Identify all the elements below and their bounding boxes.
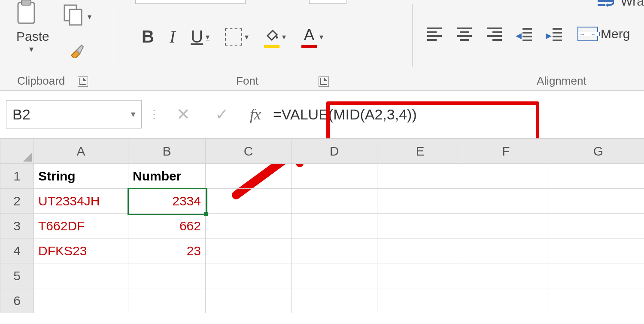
cell[interactable] — [206, 238, 292, 263]
ribbon: ▾ Paste ▾ B I U▾ ▾ ▾ A▾ Wra ◀ ▶ — [0, 0, 644, 91]
col-header-C[interactable]: C — [206, 139, 292, 164]
dialog-launcher-icon[interactable] — [78, 76, 88, 87]
row-3: 3 T662DF 662 — [0, 214, 644, 238]
fill-color-button[interactable]: ▾ — [264, 27, 286, 47]
col-header-E[interactable]: E — [377, 139, 463, 164]
row-header[interactable]: 1 — [0, 164, 34, 189]
cell[interactable] — [463, 263, 549, 288]
cell[interactable] — [292, 238, 377, 263]
align-right-button[interactable] — [487, 28, 502, 41]
cell[interactable] — [377, 288, 463, 313]
cell-B1[interactable]: Number — [128, 164, 206, 189]
chevron-down-icon[interactable]: ▾ — [245, 32, 249, 42]
wrap-icon — [597, 0, 614, 9]
cell[interactable] — [463, 214, 549, 238]
row-header[interactable]: 4 — [0, 238, 34, 263]
align-right-icon — [487, 28, 502, 41]
cell[interactable] — [549, 189, 644, 214]
cell[interactable] — [292, 263, 377, 288]
cell[interactable] — [34, 288, 128, 313]
cell[interactable] — [206, 263, 292, 288]
cancel-formula-button[interactable]: ✕ — [164, 105, 203, 124]
font-size-dropdown[interactable] — [309, 0, 346, 4]
cell[interactable] — [206, 164, 292, 189]
cell[interactable] — [128, 288, 206, 313]
italic-button[interactable]: I — [170, 27, 175, 47]
cell[interactable] — [206, 214, 292, 238]
align-center-button[interactable] — [457, 28, 472, 41]
cell[interactable] — [463, 189, 549, 214]
cell[interactable] — [292, 164, 377, 189]
name-box-value: B2 — [12, 106, 30, 123]
cell[interactable] — [549, 214, 644, 238]
merge-icon: →← — [577, 27, 598, 41]
dialog-launcher-icon[interactable] — [319, 76, 329, 87]
cell[interactable] — [377, 263, 463, 288]
cell-A1[interactable]: String — [34, 164, 128, 189]
col-header-B[interactable]: B — [128, 139, 206, 164]
cell[interactable] — [128, 263, 206, 288]
cell[interactable] — [206, 189, 292, 214]
decrease-indent-button[interactable]: ◀ — [517, 28, 532, 40]
col-header-D[interactable]: D — [292, 139, 377, 164]
align-left-button[interactable] — [427, 28, 442, 41]
cell[interactable] — [292, 288, 377, 313]
cell-A4[interactable]: DFKS23 — [34, 238, 128, 263]
cell[interactable] — [549, 288, 644, 313]
cell[interactable] — [463, 288, 549, 313]
cell[interactable] — [377, 164, 463, 189]
cell[interactable] — [549, 263, 644, 288]
row-header[interactable]: 3 — [0, 214, 34, 238]
cell[interactable] — [377, 214, 463, 238]
accept-formula-button[interactable]: ✓ — [203, 105, 241, 124]
copy-icon[interactable] — [64, 4, 83, 28]
cell[interactable] — [377, 238, 463, 263]
select-all-corner[interactable] — [0, 139, 34, 164]
cell[interactable] — [292, 189, 377, 214]
cell[interactable] — [463, 238, 549, 263]
align-center-icon — [457, 28, 472, 41]
cell[interactable] — [549, 238, 644, 263]
font-color-button[interactable]: A▾ — [301, 27, 323, 47]
font-name-dropdown[interactable] — [135, 0, 246, 4]
col-header-G[interactable]: G — [549, 139, 644, 164]
cell[interactable] — [292, 214, 377, 238]
cell[interactable] — [377, 189, 463, 214]
chevron-down-icon[interactable]: ▾ — [319, 32, 323, 42]
cell-B4[interactable]: 23 — [128, 238, 206, 263]
cell[interactable] — [206, 288, 292, 313]
merge-cells-button[interactable]: →←Merg — [577, 27, 630, 41]
underline-button[interactable]: U▾ — [191, 27, 210, 46]
row-header[interactable]: 5 — [0, 263, 34, 288]
bold-button[interactable]: B — [142, 27, 154, 46]
copy-dropdown-icon[interactable]: ▾ — [88, 12, 91, 21]
cell[interactable] — [34, 263, 128, 288]
col-header-F[interactable]: F — [463, 139, 549, 164]
borders-button[interactable]: ▾ — [225, 28, 249, 46]
drag-handle-icon[interactable]: ⋮ — [149, 108, 157, 121]
grid[interactable]: A B C D E F G 1 String Number 2 UT2334JH… — [0, 138, 644, 313]
formula-bar: B2 ▼ ⋮ ✕ ✓ fx =VALUE(MID(A2,3,4)) — [0, 91, 644, 138]
chevron-down-icon[interactable]: ▾ — [206, 32, 210, 42]
cell-A3[interactable]: T662DF — [34, 214, 128, 238]
cell-B2[interactable]: 2334 — [128, 189, 206, 214]
chevron-down-icon[interactable]: ▾ — [282, 32, 286, 42]
col-header-A[interactable]: A — [34, 139, 128, 164]
cell[interactable] — [463, 164, 549, 189]
chevron-down-icon[interactable]: ▼ — [129, 110, 137, 119]
wrap-text-button[interactable]: Wra — [597, 0, 644, 9]
group-label-clipboard: Clipboard — [17, 74, 88, 88]
row-header[interactable]: 2 — [0, 189, 34, 214]
format-painter-icon[interactable] — [69, 41, 86, 61]
fx-label[interactable]: fx — [250, 105, 261, 123]
paste-icon[interactable] — [16, 0, 46, 27]
separator — [412, 4, 413, 67]
cell-B3[interactable]: 662 — [128, 214, 206, 238]
formula-input[interactable]: =VALUE(MID(A2,3,4)) — [270, 101, 644, 128]
cell-A2[interactable]: UT2334JH — [34, 189, 128, 214]
name-box[interactable]: B2 ▼ — [6, 100, 142, 128]
row-header[interactable]: 6 — [0, 288, 34, 313]
increase-indent-button[interactable]: ▶ — [547, 28, 562, 40]
font-color-icon: A — [301, 27, 317, 47]
cell[interactable] — [549, 164, 644, 189]
